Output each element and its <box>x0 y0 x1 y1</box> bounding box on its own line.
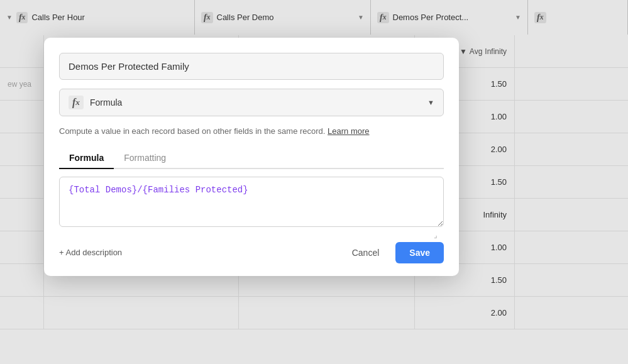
field-type-label: Formula <box>90 97 421 108</box>
add-description-button[interactable]: + Add description <box>59 248 122 257</box>
tab-formula[interactable]: Formula <box>59 148 114 169</box>
field-type-chevron-icon: ▼ <box>427 99 434 106</box>
cancel-button[interactable]: Cancel <box>342 243 390 263</box>
resize-handle-icon: ⌟ <box>434 231 441 238</box>
modal-overlay: fx Formula ▼ Compute a value in each rec… <box>0 0 628 364</box>
learn-more-link[interactable]: Learn more <box>328 126 369 136</box>
footer-actions: Cancel Save <box>342 242 444 263</box>
add-description-label: + Add description <box>59 248 122 257</box>
formula-editor[interactable]: {Total Demos}/{Families Protected} <box>59 177 444 227</box>
field-type-selector[interactable]: fx Formula ▼ <box>59 89 444 116</box>
formula-fx-icon: fx <box>69 96 84 109</box>
modal-footer: + Add description Cancel Save <box>59 242 444 263</box>
formula-editor-container: {Total Demos}/{Families Protected} ⌟ <box>59 177 444 240</box>
description-text-content: Compute a value in each record based on … <box>59 126 325 136</box>
field-description: Compute a value in each record based on … <box>59 125 444 138</box>
field-editor-modal: fx Formula ▼ Compute a value in each rec… <box>44 38 459 276</box>
field-name-input[interactable] <box>59 53 444 80</box>
save-button[interactable]: Save <box>395 242 444 263</box>
tab-bar: Formula Formatting <box>59 148 444 169</box>
tab-formatting[interactable]: Formatting <box>114 148 176 169</box>
